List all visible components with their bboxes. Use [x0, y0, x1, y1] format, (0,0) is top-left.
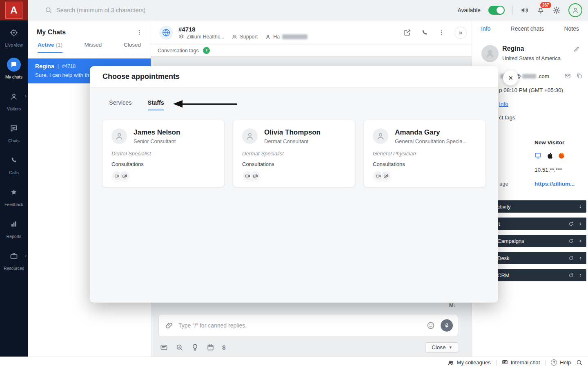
emoji-icon[interactable]: [427, 321, 435, 330]
more-options-icon[interactable]: [438, 29, 445, 36]
visitor-ip-value: 10.51.**.***: [535, 167, 562, 173]
kebab-menu-icon[interactable]: [136, 29, 143, 36]
close-chat-button[interactable]: Close ▾: [425, 342, 458, 352]
refresh-icon[interactable]: [568, 256, 574, 261]
voice-note-button[interactable]: [441, 319, 453, 332]
staff-role: General Consultation Specia...: [395, 138, 467, 144]
sidebar-item-visitors[interactable]: Visitors ›: [0, 85, 28, 116]
expand-sort-icon[interactable]: [578, 204, 583, 209]
integration-label: Campaigns: [497, 238, 524, 244]
sidebar-item-label: Live view: [5, 43, 22, 47]
availability-toggle[interactable]: [488, 6, 505, 15]
more-info-link[interactable]: Info: [499, 101, 508, 107]
payment-icon[interactable]: $: [222, 344, 225, 351]
caret-down-icon: ▾: [449, 345, 452, 350]
conversation-meta: #4718 Zillium Healthc... Support Ha: [178, 26, 307, 40]
sidebar-item-calls[interactable]: Calls: [0, 148, 28, 180]
expand-sort-icon[interactable]: [578, 221, 583, 227]
my-colleagues-button[interactable]: My colleagues: [448, 359, 491, 366]
chat-id: #4718: [62, 63, 76, 69]
row-icons: [568, 238, 583, 244]
collapse-panel-button[interactable]: »: [454, 27, 467, 39]
attachment-icon[interactable]: [165, 322, 173, 329]
message-input[interactable]: [178, 322, 421, 329]
person-icon: [265, 34, 271, 40]
redacted-email-part: [522, 74, 536, 79]
internal-chat-icon: [502, 359, 508, 366]
sidebar-item-label: Visitors: [7, 106, 21, 111]
search-input[interactable]: [56, 7, 191, 13]
sidebar-item-resources[interactable]: Resources ›: [0, 244, 28, 276]
staff-card-header: Olivia Thompson Dermat Consultant: [242, 128, 346, 144]
visitor-name-prefix: Ha: [273, 34, 280, 40]
tab-notes[interactable]: Notes: [564, 25, 579, 32]
layers-icon: [178, 34, 184, 40]
sidebar-item-live-view[interactable]: Live view: [0, 21, 28, 52]
share-conversation-icon[interactable]: [403, 29, 411, 36]
canned-replies-icon[interactable]: [160, 343, 168, 351]
app-logo[interactable]: A: [0, 0, 28, 20]
status-search-icon[interactable]: [576, 359, 582, 366]
tab-active[interactable]: Active(1): [38, 42, 62, 53]
sidebar-item-reports[interactable]: Reports: [0, 212, 28, 244]
appointment-calendar-icon[interactable]: [207, 343, 214, 351]
internal-chat-label: Internal chat: [511, 359, 540, 366]
landing-page-link[interactable]: https://zillium...: [535, 181, 575, 187]
tab-services[interactable]: Services: [109, 99, 132, 110]
choose-appointments-modal: Choose appointments Services Staffs Jame…: [90, 66, 498, 303]
copy-icon[interactable]: [576, 73, 582, 79]
sound-icon[interactable]: [521, 6, 529, 14]
mail-icon[interactable]: [564, 73, 571, 79]
staff-specialty: General Physician: [373, 150, 477, 157]
service-type-badges: [242, 171, 346, 181]
tab-closed[interactable]: Closed: [124, 42, 141, 53]
tab-info[interactable]: Info: [481, 25, 490, 32]
visitor-name: Regina: [502, 45, 524, 52]
global-search[interactable]: [45, 7, 191, 13]
internal-chat-button[interactable]: Internal chat: [502, 359, 540, 366]
sidebar-item-label: Calls: [9, 170, 18, 175]
modal-close-button[interactable]: ✕: [503, 70, 518, 85]
sidebar-item-my-chats[interactable]: My chats: [0, 53, 28, 84]
visitors-icon: [7, 90, 21, 103]
staff-card[interactable]: Amanda Gary General Consultation Specia.…: [363, 120, 486, 187]
markdown-icon[interactable]: M↓: [449, 302, 456, 308]
edit-pencil-icon[interactable]: [573, 46, 580, 52]
department-item: Support: [232, 34, 258, 40]
toggle-knob: [497, 7, 504, 14]
zoom-search-icon[interactable]: [176, 343, 183, 351]
department-icon: [232, 34, 237, 40]
sidebar-item-feedback[interactable]: Feedback: [0, 180, 28, 212]
expand-sort-icon[interactable]: [578, 256, 583, 261]
department-name: Support: [240, 34, 258, 40]
tab-missed[interactable]: Missed: [85, 42, 102, 53]
staff-card[interactable]: James Nelson Senior Consultant Dental Sp…: [102, 120, 225, 187]
call-icon[interactable]: [421, 29, 428, 36]
expand-sort-icon[interactable]: [578, 273, 583, 278]
refresh-icon[interactable]: [568, 273, 574, 278]
close-chat-label: Close: [432, 344, 446, 350]
top-bar: Available 267: [28, 0, 588, 20]
staff-card[interactable]: Olivia Thompson Dermat Consultant Dermat…: [233, 120, 355, 187]
add-tag-button[interactable]: +: [203, 47, 210, 54]
notifications-bell[interactable]: 267: [537, 6, 545, 14]
expand-sort-icon[interactable]: [578, 238, 583, 244]
refresh-icon[interactable]: [568, 238, 574, 244]
conversation-header: #4718 Zillium Healthc... Support Ha: [151, 20, 472, 45]
user-avatar[interactable]: [568, 3, 582, 17]
settings-gear-icon[interactable]: [552, 6, 561, 14]
sidebar-item-chats[interactable]: Chats: [0, 117, 28, 148]
integration-label: ctivity: [497, 204, 511, 210]
refresh-icon[interactable]: [568, 221, 574, 227]
tab-staffs[interactable]: Staffs: [148, 99, 164, 110]
chats-icon: [7, 121, 21, 135]
staff-avatar: [373, 128, 388, 144]
modal-header: Choose appointments: [90, 66, 498, 88]
smart-suggestion-icon[interactable]: [191, 343, 199, 351]
staff-name: Amanda Gary: [395, 128, 467, 137]
help-button[interactable]: ? Help: [551, 359, 571, 366]
tab-recent-chats[interactable]: Recent chats: [511, 25, 544, 32]
my-chats-header: My Chats: [28, 20, 151, 42]
device-monitor-icon: [535, 152, 541, 159]
globe-icon: [159, 26, 173, 40]
